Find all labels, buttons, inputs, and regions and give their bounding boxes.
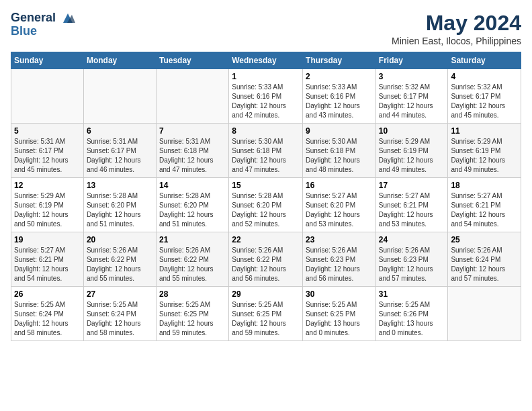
day-info: Sunrise: 5:29 AMSunset: 6:19 PMDaylight:… — [451, 137, 518, 175]
day-number: 17 — [379, 181, 445, 190]
day-number: 30 — [306, 289, 373, 299]
day-number: 25 — [451, 235, 518, 244]
calendar-cell: 30Sunrise: 5:25 AMSunset: 6:25 PMDayligh… — [303, 287, 376, 341]
calendar-cell: 14Sunrise: 5:28 AMSunset: 6:20 PMDayligh… — [156, 178, 228, 232]
day-number: 15 — [232, 181, 300, 190]
day-info: Sunrise: 5:31 AMSunset: 6:17 PMDaylight:… — [14, 137, 81, 175]
logo-icon — [60, 11, 75, 26]
calendar-cell: 28Sunrise: 5:25 AMSunset: 6:25 PMDayligh… — [156, 287, 228, 341]
calendar-cell: 2Sunrise: 5:33 AMSunset: 6:16 PMDaylight… — [303, 69, 376, 124]
weekday-sunday: Sunday — [11, 52, 84, 69]
calendar-cell: 10Sunrise: 5:29 AMSunset: 6:19 PMDayligh… — [375, 124, 448, 178]
day-number: 2 — [306, 72, 373, 81]
calendar-table: SundayMondayTuesdayWednesdayThursdayFrid… — [11, 52, 521, 341]
day-info: Sunrise: 5:28 AMSunset: 6:20 PMDaylight:… — [232, 191, 300, 229]
location: Minien East, Ilocos, Philippines — [392, 36, 521, 46]
day-number: 29 — [232, 289, 300, 299]
logo-blue: Blue — [11, 24, 75, 38]
calendar-cell: 26Sunrise: 5:25 AMSunset: 6:24 PMDayligh… — [11, 287, 84, 341]
day-info: Sunrise: 5:27 AMSunset: 6:21 PMDaylight:… — [14, 246, 81, 283]
day-info: Sunrise: 5:28 AMSunset: 6:20 PMDaylight:… — [159, 191, 226, 229]
calendar-cell: 31Sunrise: 5:25 AMSunset: 6:26 PMDayligh… — [375, 287, 448, 341]
day-info: Sunrise: 5:26 AMSunset: 6:22 PMDaylight:… — [87, 246, 153, 283]
calendar-cell: 5Sunrise: 5:31 AMSunset: 6:17 PMDaylight… — [11, 124, 84, 178]
day-info: Sunrise: 5:25 AMSunset: 6:25 PMDaylight:… — [306, 300, 373, 338]
day-number: 13 — [87, 181, 153, 190]
day-info: Sunrise: 5:27 AMSunset: 6:20 PMDaylight:… — [306, 191, 373, 229]
month-title: May 2024 — [392, 11, 521, 36]
weekday-tuesday: Tuesday — [156, 52, 228, 69]
day-info: Sunrise: 5:26 AMSunset: 6:23 PMDaylight:… — [379, 246, 445, 283]
week-row-4: 19Sunrise: 5:27 AMSunset: 6:21 PMDayligh… — [11, 232, 521, 287]
weekday-monday: Monday — [83, 52, 156, 69]
weekday-wednesday: Wednesday — [229, 52, 303, 69]
day-number: 8 — [232, 126, 300, 136]
calendar-cell: 19Sunrise: 5:27 AMSunset: 6:21 PMDayligh… — [11, 232, 84, 287]
day-number: 6 — [87, 126, 153, 136]
day-number: 22 — [232, 235, 300, 244]
calendar-cell: 3Sunrise: 5:32 AMSunset: 6:17 PMDaylight… — [375, 69, 448, 124]
calendar-cell: 11Sunrise: 5:29 AMSunset: 6:19 PMDayligh… — [448, 124, 521, 178]
calendar-cell: 17Sunrise: 5:27 AMSunset: 6:21 PMDayligh… — [375, 178, 448, 232]
day-number: 28 — [159, 289, 226, 299]
calendar-cell: 13Sunrise: 5:28 AMSunset: 6:20 PMDayligh… — [83, 178, 156, 232]
weekday-friday: Friday — [375, 52, 448, 69]
day-info: Sunrise: 5:27 AMSunset: 6:21 PMDaylight:… — [379, 191, 445, 229]
calendar-cell: 29Sunrise: 5:25 AMSunset: 6:25 PMDayligh… — [229, 287, 303, 341]
calendar-cell — [11, 69, 84, 124]
day-number: 3 — [379, 72, 445, 81]
day-number: 27 — [87, 289, 153, 299]
day-number: 11 — [451, 126, 518, 136]
calendar-cell — [83, 69, 156, 124]
day-number: 14 — [159, 181, 226, 190]
day-number: 7 — [159, 126, 226, 136]
day-number: 19 — [14, 235, 81, 244]
day-info: Sunrise: 5:33 AMSunset: 6:16 PMDaylight:… — [232, 83, 300, 120]
week-row-1: 1Sunrise: 5:33 AMSunset: 6:16 PMDaylight… — [11, 69, 521, 124]
day-info: Sunrise: 5:31 AMSunset: 6:18 PMDaylight:… — [159, 137, 226, 175]
day-info: Sunrise: 5:30 AMSunset: 6:18 PMDaylight:… — [306, 137, 373, 175]
day-info: Sunrise: 5:29 AMSunset: 6:19 PMDaylight:… — [379, 137, 445, 175]
day-info: Sunrise: 5:25 AMSunset: 6:25 PMDaylight:… — [232, 300, 300, 338]
title-area: May 2024 Minien East, Ilocos, Philippine… — [392, 11, 521, 46]
calendar-cell: 12Sunrise: 5:29 AMSunset: 6:19 PMDayligh… — [11, 178, 84, 232]
day-number: 5 — [14, 126, 81, 136]
calendar-cell: 23Sunrise: 5:26 AMSunset: 6:23 PMDayligh… — [303, 232, 376, 287]
calendar-cell: 25Sunrise: 5:26 AMSunset: 6:24 PMDayligh… — [448, 232, 521, 287]
day-number: 31 — [379, 289, 445, 299]
day-info: Sunrise: 5:25 AMSunset: 6:25 PMDaylight:… — [159, 300, 226, 338]
week-row-2: 5Sunrise: 5:31 AMSunset: 6:17 PMDaylight… — [11, 124, 521, 178]
calendar-cell: 22Sunrise: 5:26 AMSunset: 6:22 PMDayligh… — [229, 232, 303, 287]
page-header: General Blue May 2024 Minien East, Iloco… — [11, 11, 521, 46]
day-number: 16 — [306, 181, 373, 190]
week-row-3: 12Sunrise: 5:29 AMSunset: 6:19 PMDayligh… — [11, 178, 521, 232]
day-info: Sunrise: 5:29 AMSunset: 6:19 PMDaylight:… — [14, 191, 81, 229]
day-info: Sunrise: 5:28 AMSunset: 6:20 PMDaylight:… — [87, 191, 153, 229]
calendar-cell: 18Sunrise: 5:27 AMSunset: 6:21 PMDayligh… — [448, 178, 521, 232]
weekday-saturday: Saturday — [448, 52, 521, 69]
weekday-header-row: SundayMondayTuesdayWednesdayThursdayFrid… — [11, 52, 521, 69]
day-number: 12 — [14, 181, 81, 190]
day-number: 9 — [306, 126, 373, 136]
calendar-cell: 9Sunrise: 5:30 AMSunset: 6:18 PMDaylight… — [303, 124, 376, 178]
day-info: Sunrise: 5:27 AMSunset: 6:21 PMDaylight:… — [451, 191, 518, 229]
calendar-cell: 6Sunrise: 5:31 AMSunset: 6:17 PMDaylight… — [83, 124, 156, 178]
day-info: Sunrise: 5:25 AMSunset: 6:24 PMDaylight:… — [14, 300, 81, 338]
day-info: Sunrise: 5:30 AMSunset: 6:18 PMDaylight:… — [232, 137, 300, 175]
day-info: Sunrise: 5:26 AMSunset: 6:24 PMDaylight:… — [451, 246, 518, 283]
day-info: Sunrise: 5:32 AMSunset: 6:17 PMDaylight:… — [379, 83, 445, 120]
day-number: 21 — [159, 235, 226, 244]
week-row-5: 26Sunrise: 5:25 AMSunset: 6:24 PMDayligh… — [11, 287, 521, 341]
calendar-cell: 20Sunrise: 5:26 AMSunset: 6:22 PMDayligh… — [83, 232, 156, 287]
day-number: 1 — [232, 72, 300, 81]
day-info: Sunrise: 5:33 AMSunset: 6:16 PMDaylight:… — [306, 83, 373, 120]
day-info: Sunrise: 5:25 AMSunset: 6:24 PMDaylight:… — [87, 300, 153, 338]
day-number: 24 — [379, 235, 445, 244]
calendar-cell: 4Sunrise: 5:32 AMSunset: 6:17 PMDaylight… — [448, 69, 521, 124]
calendar-cell: 24Sunrise: 5:26 AMSunset: 6:23 PMDayligh… — [375, 232, 448, 287]
day-info: Sunrise: 5:26 AMSunset: 6:22 PMDaylight:… — [232, 246, 300, 283]
day-info: Sunrise: 5:32 AMSunset: 6:17 PMDaylight:… — [451, 83, 518, 120]
calendar-cell: 15Sunrise: 5:28 AMSunset: 6:20 PMDayligh… — [229, 178, 303, 232]
logo: General Blue — [11, 11, 75, 38]
day-info: Sunrise: 5:26 AMSunset: 6:22 PMDaylight:… — [159, 246, 226, 283]
